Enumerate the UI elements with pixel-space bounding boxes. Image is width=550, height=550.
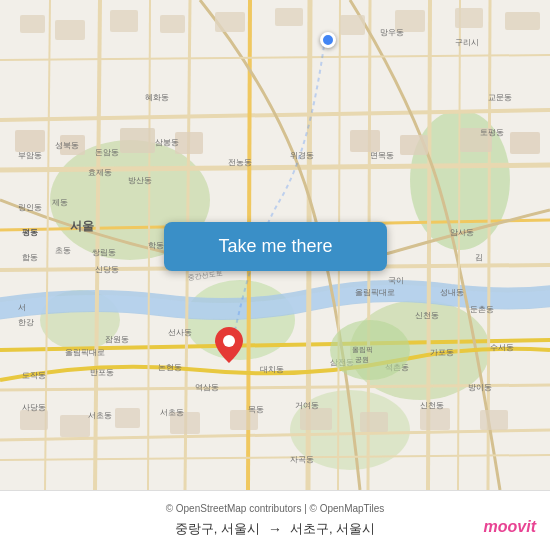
svg-text:잠원동: 잠원동 (105, 335, 129, 344)
svg-rect-47 (115, 408, 140, 428)
svg-text:목동: 목동 (248, 405, 264, 414)
svg-rect-45 (20, 410, 48, 430)
svg-rect-51 (360, 412, 388, 432)
svg-text:돈암동: 돈암동 (95, 148, 119, 157)
svg-text:위경동: 위경동 (290, 151, 314, 160)
svg-text:쌍림동: 쌍림동 (92, 248, 116, 257)
svg-rect-28 (55, 20, 85, 40)
svg-text:면목동: 면목동 (370, 151, 394, 160)
svg-text:올림픽: 올림픽 (352, 346, 373, 354)
svg-text:합동: 합동 (22, 253, 38, 262)
svg-text:역삼동: 역삼동 (195, 383, 219, 392)
svg-text:암사동: 암사동 (450, 228, 474, 237)
svg-rect-35 (455, 8, 483, 28)
svg-text:신천동: 신천동 (415, 311, 439, 320)
svg-rect-50 (300, 408, 332, 430)
origin-marker (320, 32, 336, 48)
attribution-text: © OpenStreetMap contributors | © OpenMap… (166, 503, 385, 514)
svg-text:링인동: 링인동 (18, 203, 42, 212)
svg-rect-30 (160, 15, 185, 33)
svg-rect-36 (505, 12, 540, 30)
svg-text:반포동: 반포동 (90, 368, 114, 377)
svg-text:서초동: 서초동 (160, 408, 184, 417)
svg-text:둔촌동: 둔촌동 (470, 305, 494, 314)
svg-text:가포동: 가포동 (430, 348, 454, 357)
route-arrow-icon: → (268, 521, 282, 537)
svg-text:국이: 국이 (388, 276, 404, 285)
svg-rect-39 (120, 128, 155, 153)
svg-point-110 (223, 335, 235, 347)
svg-rect-44 (510, 132, 540, 154)
svg-text:부암동: 부암동 (18, 151, 42, 160)
svg-rect-40 (175, 132, 203, 154)
svg-text:삼봉동: 삼봉동 (155, 138, 179, 147)
svg-rect-52 (420, 408, 450, 430)
svg-rect-53 (480, 410, 508, 430)
svg-text:대치동: 대치동 (260, 365, 284, 374)
svg-text:전농동: 전농동 (228, 158, 252, 167)
svg-text:효제동: 효제동 (88, 168, 112, 177)
svg-text:자곡동: 자곡동 (290, 455, 314, 464)
footer: © OpenStreetMap contributors | © OpenMap… (0, 490, 550, 550)
svg-text:구리시: 구리시 (455, 38, 479, 47)
svg-text:올림픽대로: 올림픽대로 (65, 348, 105, 357)
svg-text:학동: 학동 (148, 241, 164, 250)
svg-text:교문동: 교문동 (488, 93, 512, 102)
svg-text:올림픽대로: 올림픽대로 (355, 288, 395, 297)
svg-rect-37 (15, 130, 45, 152)
svg-text:서초동: 서초동 (88, 411, 112, 420)
route-info: 중랑구, 서울시 → 서초구, 서울시 (175, 520, 375, 538)
svg-rect-27 (20, 15, 45, 33)
svg-rect-41 (350, 130, 380, 152)
svg-rect-32 (275, 8, 303, 26)
svg-text:논현동: 논현동 (158, 363, 182, 372)
map-container: 부암동 성북동 돈암동 삼봉동 망우동 구리시 교문동 토평동 링인동 제동 평… (0, 0, 550, 490)
svg-rect-29 (110, 10, 138, 32)
svg-text:한강: 한강 (18, 318, 34, 327)
moovit-brand: moovit (484, 518, 536, 536)
svg-text:방산동: 방산동 (128, 176, 152, 185)
svg-text:거여동: 거여동 (295, 401, 319, 410)
svg-rect-33 (340, 15, 365, 35)
svg-text:서울: 서울 (70, 219, 94, 233)
origin-label: 중랑구, 서울시 (175, 520, 260, 538)
svg-text:선사동: 선사동 (168, 328, 192, 337)
svg-text:사당동: 사당동 (22, 403, 46, 412)
svg-text:토평동: 토평동 (480, 128, 504, 137)
svg-text:신당동: 신당동 (95, 265, 119, 274)
svg-text:성내동: 성내동 (440, 288, 464, 297)
svg-rect-46 (60, 415, 90, 437)
destination-marker (215, 327, 243, 355)
svg-text:초동: 초동 (55, 246, 71, 255)
svg-text:수서동: 수서동 (490, 343, 514, 352)
svg-text:성북동: 성북동 (55, 141, 79, 150)
svg-text:평동: 평동 (22, 228, 38, 237)
svg-text:도작동: 도작동 (22, 371, 46, 380)
svg-rect-31 (215, 12, 245, 32)
svg-text:서: 서 (18, 303, 26, 312)
svg-text:공원: 공원 (355, 356, 369, 364)
destination-label: 서초구, 서울시 (290, 520, 375, 538)
take-me-there-button[interactable]: Take me there (164, 222, 387, 271)
svg-text:제동: 제동 (52, 198, 68, 207)
svg-text:혜화동: 혜화동 (145, 93, 169, 102)
svg-text:신천동: 신천동 (420, 401, 444, 410)
svg-text:김: 김 (475, 253, 483, 262)
svg-rect-42 (400, 135, 428, 155)
svg-text:망우동: 망우동 (380, 28, 404, 37)
svg-text:방이동: 방이동 (468, 383, 492, 392)
